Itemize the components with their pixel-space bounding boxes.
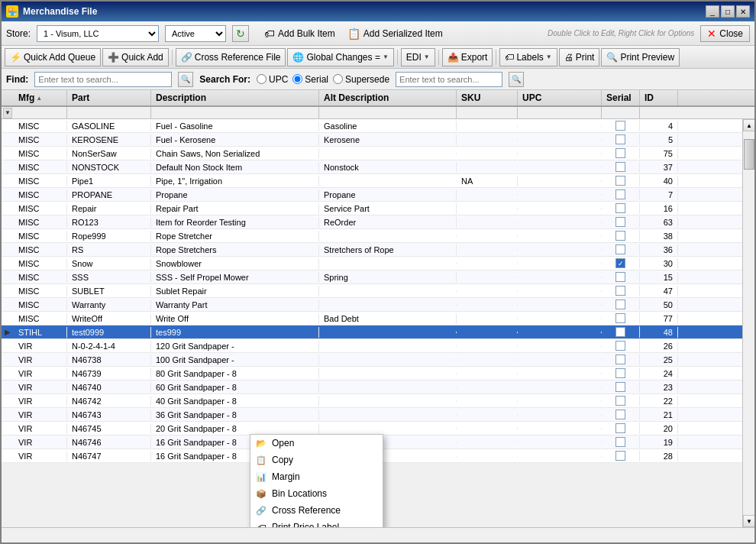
col-header-mfg[interactable]: Mfg ▲ — [14, 90, 67, 105]
col-header-id[interactable]: ID — [640, 90, 678, 105]
refresh-button[interactable]: ↻ — [232, 25, 249, 42]
cross-ref-icon: 🔗 — [181, 52, 192, 63]
print-preview-button[interactable]: 🔍 Print Preview — [601, 48, 680, 66]
serial-checkbox[interactable] — [615, 134, 625, 144]
close-button[interactable]: ✕ Close — [700, 25, 750, 42]
supersede-radio-label[interactable]: Supersede — [333, 74, 389, 85]
serial-checkbox[interactable] — [615, 189, 625, 199]
table-row[interactable]: MISC GASOLINE Fuel - Gasoline Gasoline 4 — [2, 119, 742, 133]
serial-checkbox[interactable] — [615, 162, 625, 172]
find-label: Find: — [6, 74, 28, 85]
col-header-sku[interactable]: SKU — [457, 90, 518, 105]
table-row[interactable]: ▶ STIHL test0999 tes999 48 — [2, 325, 742, 339]
serial-checkbox[interactable] — [615, 451, 625, 461]
table-row[interactable]: MISC NonSerSaw Chain Saws, Non Serialize… — [2, 147, 742, 160]
serial-checkbox[interactable] — [615, 203, 625, 213]
quick-add-button[interactable]: ➕ Quick Add — [102, 48, 169, 66]
store-select[interactable]: 1 - Visum, LLC — [37, 25, 159, 42]
edi-button[interactable]: EDI ▼ — [401, 48, 435, 66]
serial-checkbox[interactable] — [615, 286, 625, 296]
table-row[interactable]: MISC WriteOff Write Off Bad Debt 77 — [2, 312, 742, 325]
td-mfg: VIR — [14, 423, 67, 434]
serial-checkbox[interactable] — [615, 231, 625, 241]
col-header-serial[interactable]: Serial — [602, 90, 640, 105]
col-header-altdesc[interactable]: Alt Description — [319, 90, 457, 105]
global-changes-button[interactable]: 🌐 Global Changes = ▼ — [287, 48, 393, 66]
find-input[interactable] — [34, 72, 172, 87]
minimize-button[interactable]: _ — [706, 5, 719, 18]
scroll-down-button[interactable]: ▼ — [743, 515, 754, 527]
export-button[interactable]: 📤 Export — [442, 48, 493, 66]
menu-item-copy[interactable]: 📋Copy — [250, 452, 383, 468]
add-serialized-btn[interactable]: 📋 Add Serialized Item — [347, 28, 443, 40]
serial-checkbox[interactable] — [615, 341, 625, 351]
serial-checkbox[interactable] — [615, 437, 625, 447]
supersede-radio[interactable] — [333, 74, 343, 84]
scroll-thumb[interactable] — [744, 139, 754, 170]
serial-search-input[interactable] — [396, 72, 502, 87]
table-row[interactable]: MISC RS Rope Stretchers Stretchers of Ro… — [2, 243, 742, 257]
table-row[interactable]: MISC RO123 Item for Reorder Testing ReOr… — [2, 215, 742, 229]
labels-button[interactable]: 🏷 Labels ▼ — [499, 48, 557, 66]
serial-checkbox[interactable] — [615, 423, 625, 433]
upc-radio[interactable] — [257, 74, 267, 84]
print-button[interactable]: 🖨 Print — [559, 48, 600, 66]
filter-icon[interactable]: ▼ — [3, 108, 12, 118]
table-row[interactable]: VIR N46742 40 Grit Sandpaper - 8 22 — [2, 394, 742, 408]
menu-item-open[interactable]: 📂Open — [250, 435, 383, 452]
serial-checkbox[interactable] — [615, 368, 625, 378]
status-select[interactable]: Active — [165, 25, 226, 42]
vertical-scrollbar[interactable]: ▲ ▼ — [742, 119, 754, 527]
table-row[interactable]: MISC Repair Repair Part Service Part 16 — [2, 202, 742, 215]
table-row[interactable]: VIR N46739 80 Grit Sandpaper - 8 24 — [2, 367, 742, 380]
table-row[interactable]: MISC Rope999 Rope Stretcher 38 — [2, 229, 742, 243]
td-desc: 80 Grit Sandpaper - 8 — [151, 368, 319, 379]
upc-radio-label[interactable]: UPC — [257, 74, 288, 85]
quick-add-queue-button[interactable]: ⚡ Quick Add Queue — [5, 48, 101, 66]
add-bulk-btn[interactable]: 🏷 Add Bulk Item — [264, 28, 335, 40]
serial-checkbox[interactable] — [615, 176, 625, 186]
serial-checkbox[interactable] — [615, 272, 625, 282]
serial-checkbox[interactable] — [615, 244, 625, 254]
serial-checkbox[interactable] — [615, 327, 625, 337]
serial-checkbox[interactable] — [615, 300, 625, 309]
table-row[interactable]: MISC SSS SSS - Self Propel Mower Spring … — [2, 270, 742, 284]
serial-checkbox[interactable] — [615, 410, 625, 419]
serial-checkbox[interactable] — [615, 313, 625, 323]
table-row[interactable]: VIR N46743 36 Grit Sandpaper - 8 21 — [2, 408, 742, 422]
serial-checkbox[interactable] — [615, 217, 625, 227]
table-row[interactable]: VIR N46738 100 Grit Sandpaper - 25 — [2, 353, 742, 367]
cross-reference-button[interactable]: 🔗 Cross Reference File — [176, 48, 286, 66]
serial-radio-label[interactable]: Serial — [292, 74, 328, 85]
td-desc: Fuel - Gasoline — [151, 121, 319, 131]
serial-checkbox[interactable] — [615, 396, 625, 406]
serial-search-button[interactable]: 🔍 — [509, 72, 524, 87]
find-search-button[interactable]: 🔍 — [178, 72, 193, 87]
maximize-button[interactable]: □ — [721, 5, 735, 18]
global-changes-icon: 🌐 — [292, 52, 304, 63]
serial-checkbox[interactable]: ✓ — [615, 258, 625, 268]
serial-checkbox[interactable] — [615, 355, 625, 364]
table-row[interactable]: MISC KEROSENE Fuel - Kerosene Kerosene 5 — [2, 133, 742, 147]
menu-item-margin[interactable]: 📊Margin — [250, 468, 383, 485]
col-header-part[interactable]: Part — [67, 90, 151, 105]
table-row[interactable]: VIR N-0-2-4-1-4 120 Grit Sandpaper - 26 — [2, 339, 742, 353]
serial-checkbox[interactable] — [615, 382, 625, 392]
table-row[interactable]: MISC SUBLET Sublet Repair 47 — [2, 284, 742, 298]
table-row[interactable]: MISC NONSTOCK Default Non Stock Item Non… — [2, 160, 742, 174]
table-row[interactable]: MISC Warranty Warranty Part 50 — [2, 298, 742, 312]
table-row[interactable]: MISC PROPANE Propane Propane 7 — [2, 188, 742, 202]
serial-checkbox[interactable] — [615, 121, 625, 131]
close-window-button[interactable]: ✕ — [736, 5, 750, 18]
table-row[interactable]: MISC Snow Snowblower ✓ 30 — [2, 257, 742, 270]
menu-item-bin-locations[interactable]: 📦Bin Locations — [250, 485, 383, 502]
serial-checkbox[interactable] — [615, 148, 625, 158]
table-row[interactable]: VIR N46740 60 Grit Sandpaper - 8 23 — [2, 380, 742, 394]
menu-item-cross-reference[interactable]: 🔗Cross Reference — [250, 502, 383, 519]
table-row[interactable]: MISC Pipe1 Pipe, 1", Irrigation NA 40 — [2, 174, 742, 188]
col-header-desc[interactable]: Description — [151, 90, 319, 105]
serial-radio[interactable] — [292, 74, 302, 84]
col-header-upc[interactable]: UPC — [518, 90, 602, 105]
menu-item-print-price-label[interactable]: 🏷Print Price Label — [250, 519, 383, 527]
scroll-up-button[interactable]: ▲ — [743, 119, 754, 131]
